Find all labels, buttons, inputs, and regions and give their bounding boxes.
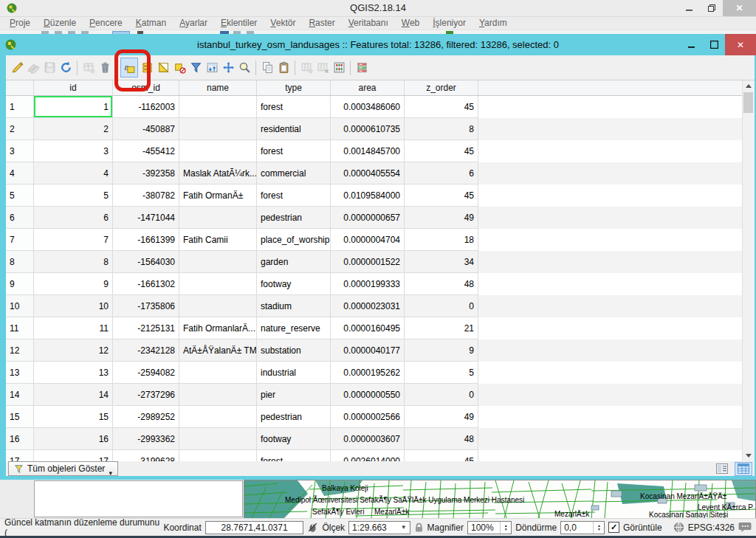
cell-id[interactable]: 10: [34, 295, 113, 317]
cell-z_order[interactable]: 48: [405, 428, 478, 450]
row-number[interactable]: 7: [6, 229, 34, 251]
lock-scale-icon[interactable]: [414, 523, 424, 533]
row-number[interactable]: 2: [6, 118, 34, 140]
cell-z_order[interactable]: 45: [405, 140, 478, 162]
paste-features-icon[interactable]: [276, 59, 291, 77]
cell-id[interactable]: 4: [34, 162, 113, 184]
zoom-to-selection-icon[interactable]: [237, 59, 252, 77]
attribute-window-titlebar[interactable]: istanbul_turkey_osm_landusages :: Featur…: [0, 34, 756, 55]
cell-name[interactable]: [179, 428, 257, 450]
cell-id[interactable]: 13: [34, 362, 113, 384]
delete-field-icon[interactable]: [315, 59, 330, 77]
cell-z_order[interactable]: 48: [405, 273, 478, 295]
menu-item-web[interactable]: Web: [395, 18, 426, 28]
deselect-all-icon[interactable]: [172, 59, 187, 77]
cell-type[interactable]: pedestrian: [257, 207, 331, 229]
cell-type[interactable]: commercial: [257, 162, 331, 184]
cell-z_order[interactable]: 6: [405, 162, 478, 184]
column-header-area[interactable]: area: [331, 80, 405, 95]
column-header-type[interactable]: type: [257, 80, 331, 95]
cell-z_order[interactable]: 49: [405, 406, 478, 428]
crs-label[interactable]: EPSG:4326: [688, 523, 735, 533]
cell-name[interactable]: [179, 406, 257, 428]
menu-item-raster[interactable]: Raster: [302, 18, 341, 28]
row-number[interactable]: 6: [6, 207, 34, 229]
cell-osm_id[interactable]: -380782: [113, 184, 179, 207]
delete-selected-icon[interactable]: [97, 59, 112, 77]
cell-id[interactable]: 15: [34, 406, 113, 428]
cell-area[interactable]: 0.0000000550: [331, 384, 405, 406]
cell-osm_id[interactable]: -3199628: [113, 450, 179, 461]
cell-id[interactable]: 8: [34, 251, 113, 273]
cell-id[interactable]: 16: [34, 428, 113, 450]
cell-z_order[interactable]: 49: [405, 207, 478, 229]
spin-arrows-icon[interactable]: ▲▼: [593, 522, 604, 534]
cell-type[interactable]: forest: [257, 450, 331, 461]
cell-type[interactable]: pedestrian: [257, 406, 331, 428]
menu-item-düzenle[interactable]: Düzenle: [37, 18, 83, 28]
scale-combobox[interactable]: 1:29.663 ▼: [348, 521, 410, 534]
reload-icon[interactable]: [58, 59, 73, 77]
cell-id[interactable]: 2: [34, 118, 113, 140]
cell-type[interactable]: industrial: [257, 362, 331, 384]
cell-area[interactable]: 0.0000405554: [331, 162, 405, 184]
row-number[interactable]: 11: [6, 317, 34, 339]
cell-osm_id[interactable]: -1162003: [113, 96, 179, 118]
cell-type[interactable]: pier: [257, 384, 331, 406]
pan-to-selection-icon[interactable]: [221, 59, 236, 77]
cell-z_order[interactable]: 45: [405, 96, 478, 118]
cell-area[interactable]: 0.0003486060: [331, 96, 405, 118]
cell-area[interactable]: 0.0000003607: [331, 428, 405, 450]
menu-item-veritabanı[interactable]: Veritabanı: [342, 18, 395, 28]
cell-area[interactable]: 0.0014845700: [331, 140, 405, 162]
cell-z_order[interactable]: 0: [405, 384, 478, 406]
column-header-osm_id[interactable]: osm_id: [113, 80, 179, 95]
close-button[interactable]: ✕: [725, 34, 756, 55]
cell-osm_id[interactable]: -1735806: [113, 295, 179, 317]
magnifier-spinbox[interactable]: 100% ▲▼: [467, 521, 512, 534]
cell-osm_id[interactable]: -1661302: [113, 273, 179, 295]
spin-arrows-icon[interactable]: ▲▼: [500, 522, 511, 534]
filter-select-icon[interactable]: [188, 59, 203, 77]
cell-name[interactable]: [179, 295, 257, 317]
cell-name[interactable]: Fatih OrmanÄ±: [179, 184, 257, 207]
cell-id[interactable]: 9: [34, 273, 113, 295]
cell-type[interactable]: footway: [257, 273, 331, 295]
menu-item-ayarlar[interactable]: Ayarlar: [173, 18, 214, 28]
cell-name[interactable]: [179, 118, 257, 140]
cell-name[interactable]: [179, 450, 257, 461]
row-number[interactable]: 12: [6, 339, 34, 362]
row-number[interactable]: 14: [6, 384, 34, 406]
cell-type[interactable]: forest: [257, 140, 331, 162]
field-calculator-icon[interactable]: [331, 59, 346, 77]
row-number[interactable]: 10: [6, 295, 34, 317]
select-by-expression-icon[interactable]: ε: [120, 58, 138, 77]
row-number[interactable]: 3: [6, 140, 34, 162]
menu-item-i̇şleniyor[interactable]: İşleniyor: [426, 18, 472, 28]
cell-osm_id[interactable]: -450887: [113, 118, 179, 140]
menu-item-pencere[interactable]: Pencere: [83, 18, 129, 28]
cell-id[interactable]: 11: [34, 317, 113, 339]
cell-name[interactable]: AtÄ±ÅŸalanÄ± TM: [179, 339, 257, 362]
cell-osm_id[interactable]: -1564030: [113, 251, 179, 273]
row-number[interactable]: 9: [6, 273, 34, 295]
cell-type[interactable]: residential: [257, 118, 331, 140]
cell-osm_id[interactable]: -2989252: [113, 406, 179, 428]
cell-osm_id[interactable]: -2737296: [113, 384, 179, 406]
row-number[interactable]: 5: [6, 184, 34, 207]
cell-type[interactable]: stadium: [257, 295, 331, 317]
feature-filter-button[interactable]: Tüm objeleri Göster ▾: [8, 461, 118, 476]
scroll-up-icon[interactable]: [743, 80, 755, 92]
cell-z_order[interactable]: 18: [405, 229, 478, 251]
cell-z_order[interactable]: 34: [405, 251, 478, 273]
cell-area[interactable]: 0.0000023031: [331, 295, 405, 317]
cell-id[interactable]: 3: [34, 140, 113, 162]
row-number[interactable]: 4: [6, 162, 34, 184]
multi-edit-icon[interactable]: [26, 59, 41, 77]
cell-osm_id[interactable]: -1471044: [113, 207, 179, 229]
cell-type[interactable]: nature_reserve: [257, 317, 331, 339]
cell-id[interactable]: 12: [34, 339, 113, 362]
cell-name[interactable]: Fatih OrmanlarÄ...: [179, 317, 257, 339]
menu-item-eklentiler[interactable]: Eklentiler: [214, 18, 264, 28]
cell-z_order[interactable]: 9: [405, 339, 478, 362]
